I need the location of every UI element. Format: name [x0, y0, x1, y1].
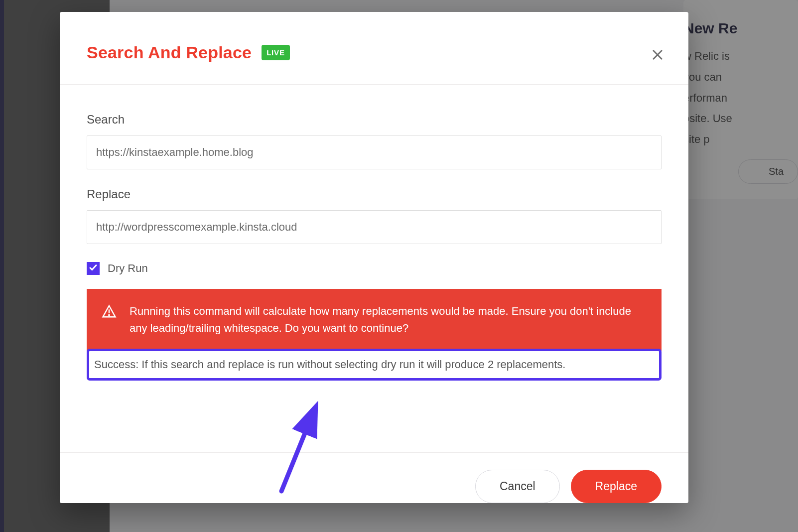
close-icon — [651, 48, 665, 62]
search-replace-modal: Search And Replace LIVE Search Replace — [60, 12, 688, 503]
replace-field-group: Replace — [87, 187, 662, 244]
close-button[interactable] — [651, 48, 665, 62]
modal-title: Search And Replace — [87, 43, 252, 62]
success-message: Success: If this search and replace is r… — [87, 349, 662, 381]
warning-triangle-icon — [102, 304, 117, 319]
search-input[interactable] — [87, 135, 662, 169]
svg-point-3 — [109, 315, 110, 316]
modal-body: Search Replace Dry Run — [60, 85, 688, 452]
modal-footer: Cancel Replace — [60, 452, 688, 503]
dry-run-label: Dry Run — [108, 262, 148, 275]
replace-input[interactable] — [87, 210, 662, 244]
search-field-group: Search — [87, 113, 662, 169]
live-badge: LIVE — [262, 45, 290, 60]
cancel-button[interactable]: Cancel — [475, 470, 560, 503]
dry-run-checkbox[interactable] — [87, 262, 100, 275]
search-label: Search — [87, 113, 662, 127]
dry-run-row: Dry Run — [87, 262, 662, 275]
check-icon — [89, 263, 98, 274]
modal-header: Search And Replace LIVE — [60, 12, 688, 85]
warning-box: Running this command will calculate how … — [87, 289, 662, 351]
replace-button[interactable]: Replace — [571, 470, 662, 503]
warning-text: Running this command will calculate how … — [130, 303, 647, 337]
replace-label: Replace — [87, 187, 662, 201]
